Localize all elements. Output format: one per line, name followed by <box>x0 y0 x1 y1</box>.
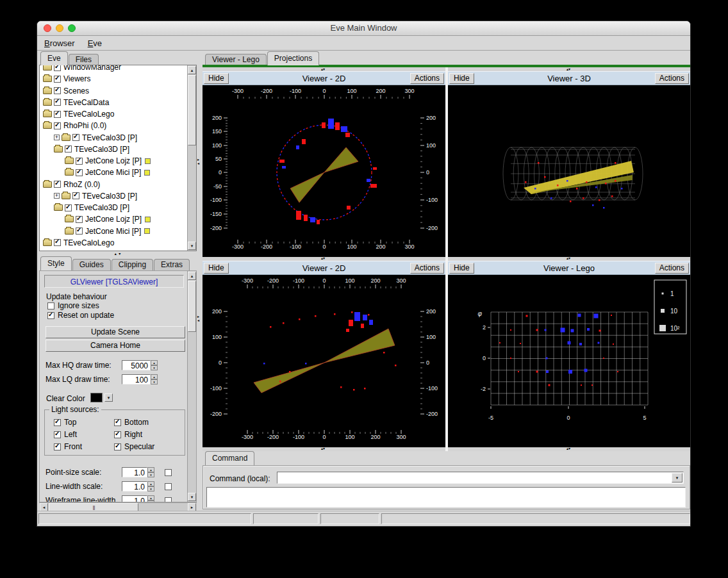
tree-item-rhophi-0-0[interactable]: ✓RhoPhi (0.0) <box>43 120 106 131</box>
command-output-box[interactable] <box>206 487 686 508</box>
number-entry[interactable]: 1.0 <box>122 481 147 491</box>
tree-item-jetcone-lojz-p[interactable]: ✓JetCone Lojz [P] <box>65 213 151 225</box>
splitter-handle[interactable]: ◂ <box>197 162 199 165</box>
spin-down-icon[interactable]: ▾ <box>151 365 158 370</box>
viewer-canvas-lego[interactable]: φ20-2-50511010² <box>448 275 690 447</box>
zoom-button[interactable] <box>68 24 76 32</box>
viewer-canvas-cyl3d[interactable] <box>448 85 690 257</box>
spin-down-icon[interactable]: ▾ <box>147 472 154 477</box>
tree-item-viewers[interactable]: ✓Viewers <box>43 73 90 85</box>
spin-up-icon[interactable]: ▴ <box>147 481 154 486</box>
titlebar[interactable]: Eve Main Window <box>37 21 690 36</box>
checkbox-ignore-sizes[interactable]: Ignore sizes <box>47 301 99 310</box>
spin-up-icon[interactable]: ▴ <box>151 374 158 379</box>
splitter-handle[interactable]: ◂ <box>197 319 199 322</box>
checkbox-front[interactable]: ✓Front <box>54 442 82 451</box>
tree-checkbox[interactable]: ✓ <box>76 158 83 165</box>
dropdown-arrow-icon[interactable]: ▾ <box>672 473 682 483</box>
checkbox-right[interactable]: ✓Right <box>114 430 142 439</box>
viewer-canvas-rhophi[interactable]: -300-300-200-200-100-1000010010020020030… <box>203 85 445 257</box>
tree-expander-icon[interactable]: + <box>54 135 60 140</box>
tree-item-tevecalolego[interactable]: ✓TEveCaloLego <box>43 237 114 249</box>
clear-color-swatch[interactable] <box>90 393 103 402</box>
viewer-canvas-rhoz[interactable]: -300-300-200-200-100-1000010010020020030… <box>203 275 445 447</box>
tree-checkbox[interactable]: ✓ <box>54 181 61 188</box>
tree-checkbox[interactable]: ✓ <box>54 65 61 71</box>
minimize-button[interactable] <box>56 24 63 32</box>
checkbox-bottom[interactable]: ✓Bottom <box>114 418 149 427</box>
scroll-down-button[interactable]: ▾ <box>188 242 196 250</box>
checkbox-top[interactable]: ✓Top <box>54 418 76 427</box>
option-checkbox[interactable] <box>165 483 172 490</box>
tree-checkbox[interactable]: ✓ <box>54 87 61 94</box>
main-tab-projections[interactable]: Projections <box>267 51 319 65</box>
spin-down-icon[interactable]: ▾ <box>151 379 158 384</box>
tree-checkbox[interactable]: ✓ <box>54 99 61 106</box>
checkbox[interactable]: ✓ <box>114 443 121 450</box>
tree-checkbox[interactable]: ✓ <box>72 134 79 141</box>
clear-color-dropdown-icon[interactable]: ▾ <box>104 393 113 402</box>
tree-expander-icon[interactable]: + <box>54 193 60 199</box>
close-button[interactable] <box>44 24 51 32</box>
tree-item-jetcone-mici-p[interactable]: ✓JetCone Mici [P] <box>65 167 150 178</box>
checkbox[interactable]: ✓ <box>114 431 121 438</box>
tree-item-rhoz-0-0[interactable]: ✓RhoZ (0.0) <box>43 179 100 190</box>
tree-item-tevecaldata[interactable]: ✓TEveCalData <box>43 97 109 108</box>
tree-checkbox[interactable]: ✓ <box>72 192 79 199</box>
hide-button[interactable]: Hide <box>204 263 229 274</box>
tree-item-windowmanager[interactable]: ✓WindowManager <box>43 65 121 73</box>
option-checkbox[interactable] <box>165 469 172 476</box>
panel-splitter[interactable]: ▸◂▸◂ <box>197 51 203 512</box>
tree-style-splitter[interactable]: ▴ ▾ <box>39 251 197 256</box>
scroll-down-button[interactable]: ▾ <box>188 493 196 501</box>
tree-item-tevecalo3d-p[interactable]: ✓TEveCalo3D [P] <box>54 202 129 213</box>
update-scene-button[interactable]: Update Scene <box>46 326 185 338</box>
tree-item-tevecalo3d-p[interactable]: ✓TEveCalo3D [P] <box>54 144 129 155</box>
tree-item-jetcone-lojz-p[interactable]: ✓JetCone Lojz [P] <box>65 155 151 167</box>
number-entry[interactable]: 1.0 <box>122 467 147 477</box>
menu-eve[interactable]: Eve <box>87 38 103 49</box>
scroll-up-button[interactable]: ▴ <box>188 66 196 74</box>
number-entry[interactable]: 1.0 <box>122 495 147 502</box>
camera-home-button[interactable]: Camera Home <box>46 340 185 352</box>
tree-checkbox[interactable]: ✓ <box>54 111 61 118</box>
tree-checkbox[interactable]: ✓ <box>65 204 72 211</box>
tree-checkbox[interactable]: ✓ <box>76 169 83 176</box>
tree-item-tevecalo3d-p[interactable]: +✓TEveCalo3D [P] <box>54 132 137 144</box>
number-entry[interactable]: 100 <box>122 374 151 384</box>
actions-button[interactable]: Actions <box>655 73 689 84</box>
spin-up-icon[interactable]: ▴ <box>147 467 154 472</box>
scrollbar-thumb[interactable] <box>188 75 196 145</box>
scroll-up-button[interactable]: ▴ <box>188 272 196 280</box>
scrollbar-thumb[interactable] <box>188 281 196 332</box>
tree-checkbox[interactable]: ✓ <box>54 239 61 246</box>
checkbox[interactable]: ✓ <box>54 419 61 426</box>
hide-button[interactable]: Hide <box>449 263 474 274</box>
number-entry[interactable]: 5000 <box>122 360 151 370</box>
checkbox[interactable]: ✓ <box>54 443 61 450</box>
style-tab-style[interactable]: Style <box>40 256 72 270</box>
hide-button[interactable]: Hide <box>449 73 474 84</box>
tree-item-tevecalo3d-p[interactable]: +✓TEveCalo3D [P] <box>54 190 137 202</box>
tree-checkbox[interactable]: ✓ <box>76 227 83 235</box>
actions-button[interactable]: Actions <box>655 263 689 274</box>
checkbox-left[interactable]: ✓Left <box>54 430 77 439</box>
main-tab-viewer-lego[interactable]: Viewer - Lego <box>205 54 267 65</box>
actions-button[interactable]: Actions <box>410 263 444 274</box>
command-combobox[interactable]: ▾ <box>277 472 684 484</box>
tree-checkbox[interactable]: ✓ <box>65 145 72 153</box>
tree-item-scenes[interactable]: ✓Scenes <box>43 85 89 97</box>
spin-down-icon[interactable]: ▾ <box>147 486 154 491</box>
left-tab-eve[interactable]: Eve <box>40 51 68 65</box>
spin-up-icon[interactable]: ▴ <box>147 495 154 500</box>
style-scrollbar[interactable]: ▴▾ <box>187 271 196 502</box>
command-tab-command[interactable]: Command <box>205 451 254 465</box>
tree-item-jetcone-mici-p[interactable]: ✓JetCone Mici [P] <box>65 226 150 237</box>
actions-button[interactable]: Actions <box>410 73 444 84</box>
left-panel-hscrollbar[interactable]: ◂▸||| <box>39 502 197 511</box>
tree-checkbox[interactable]: ✓ <box>54 122 61 129</box>
left-tab-files[interactable]: Files <box>69 54 99 65</box>
glviewer-link[interactable]: GLViewer [TGLSAViewer] <box>70 277 158 286</box>
option-checkbox[interactable] <box>165 497 172 503</box>
checkbox-specular[interactable]: ✓Specular <box>114 442 154 451</box>
